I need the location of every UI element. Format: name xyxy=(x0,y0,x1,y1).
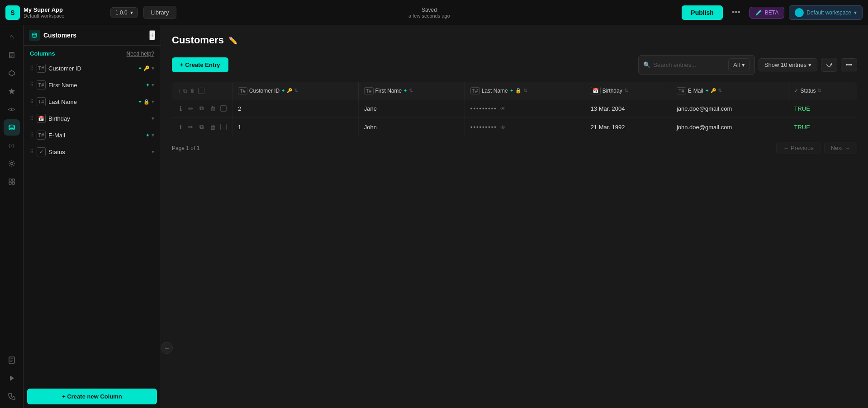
reveal-icon[interactable]: 👁 xyxy=(500,106,506,112)
version-selector[interactable]: 1.0.0 ▾ xyxy=(110,7,138,18)
sidebar-column-item[interactable]: ⠿ T# E-Mail ✦ ▾ xyxy=(25,127,159,143)
table-row: ℹ ✏ ⧉ 🗑 1 John ••••••••• 👁 21 Mar. 1992 … xyxy=(172,118,857,136)
sidebar-item-settings[interactable] xyxy=(4,155,20,172)
sidebar-table-header: Customers + xyxy=(24,25,161,46)
beta-label: BETA xyxy=(765,9,778,16)
sidebar-column-item[interactable]: ⠿ T# First Name ✦ ▾ xyxy=(25,77,159,93)
row-info-button[interactable]: ℹ xyxy=(178,104,184,113)
sidebar-item-code[interactable]: </> xyxy=(4,101,20,117)
row-edit-button[interactable]: ✏ xyxy=(186,123,195,131)
workspace-name: Default workspace xyxy=(24,13,65,19)
columns-header: Columns Need help? xyxy=(24,46,161,60)
svg-rect-9 xyxy=(12,179,14,181)
required-badge: ✦ xyxy=(146,132,150,138)
sidebar-item-plugins[interactable] xyxy=(4,174,20,190)
show-entries-button[interactable]: Show 10 entries ▾ xyxy=(759,58,817,71)
th-first-name-required-badge: ✦ xyxy=(403,88,407,93)
app-name: My Super App xyxy=(24,6,65,13)
sidebar-item-preview[interactable] xyxy=(4,370,20,386)
saved-time: a few seconds ago xyxy=(408,13,450,19)
column-name: Birthday xyxy=(48,115,148,122)
publish-button[interactable]: Publish xyxy=(682,5,723,20)
table-icon xyxy=(29,30,40,41)
library-button[interactable]: Library xyxy=(143,6,177,19)
main-content: Customers ✏️ + Create Entry 🔍 All ▾ Show… xyxy=(161,25,868,408)
page-title: Customers xyxy=(172,34,224,46)
search-box: 🔍 All ▾ xyxy=(638,55,754,75)
th-checkbox[interactable] xyxy=(198,88,204,94)
row-copy-button[interactable]: ⧉ xyxy=(198,122,205,131)
row-delete-button[interactable]: 🗑 xyxy=(208,123,218,131)
row-copy-button[interactable]: ⧉ xyxy=(198,104,205,113)
drag-handle-icon: ⠿ xyxy=(30,98,34,105)
edit-title-icon[interactable]: ✏️ xyxy=(228,36,237,45)
add-table-button[interactable]: + xyxy=(149,30,155,40)
row-checkbox[interactable] xyxy=(220,105,227,112)
row-delete-button[interactable]: 🗑 xyxy=(208,104,218,113)
sidebar-item-database[interactable] xyxy=(4,119,20,136)
saved-label: Saved xyxy=(422,7,437,13)
create-entry-button[interactable]: + Create Entry xyxy=(172,57,228,72)
svg-rect-8 xyxy=(9,179,11,181)
sidebar-column-item[interactable]: ⠿ ✓ Status ▾ xyxy=(25,144,159,160)
collapse-sidebar-button[interactable]: ← xyxy=(161,342,173,354)
column-chevron-icon: ▾ xyxy=(152,82,154,88)
th-actions: ↑ ⧉ 🗑 xyxy=(172,82,232,99)
help-link[interactable]: Need help? xyxy=(127,51,154,57)
th-email-type-icon: T# xyxy=(677,87,686,94)
beta-icon: 🧪 xyxy=(755,9,762,16)
th-last-name-sort[interactable]: ⇅ xyxy=(523,88,527,94)
prev-page-button[interactable]: ← Previous xyxy=(776,142,820,154)
th-customer-id: T# Customer ID ✦ 🔑 ⇅ xyxy=(232,82,359,99)
refresh-button[interactable] xyxy=(821,58,837,72)
brand-section: S My Super App Default workspace xyxy=(5,5,105,20)
th-customer-id-type-icon: T# xyxy=(238,87,247,94)
th-status-sort[interactable]: ⇅ xyxy=(817,88,821,94)
table-header: ↑ ⧉ 🗑 T# Customer ID ✦ 🔑 ⇅ xyxy=(172,82,857,99)
row-info-button[interactable]: ℹ xyxy=(178,123,184,131)
th-customer-id-sort[interactable]: ⇅ xyxy=(294,88,298,94)
sidebar-item-components[interactable] xyxy=(4,65,20,81)
workspace-selector[interactable]: Default workspace ▾ xyxy=(789,5,863,20)
row-edit-button[interactable]: ✏ xyxy=(186,104,195,113)
row-actions-cell: ℹ ✏ ⧉ 🗑 xyxy=(172,99,232,118)
topbar: S My Super App Default workspace 1.0.0 ▾… xyxy=(0,0,868,25)
th-upload-icon: ↑ xyxy=(178,88,180,94)
lock-badge: 🔒 xyxy=(143,99,150,105)
reveal-icon[interactable]: 👁 xyxy=(500,124,506,131)
th-first-name-sort[interactable]: ⇅ xyxy=(409,88,413,94)
th-last-name-lock-icon: 🔒 xyxy=(515,88,522,94)
th-last-name-type-icon: T# xyxy=(470,87,480,94)
sidebar-item-pages[interactable] xyxy=(4,47,20,63)
filter-select[interactable]: All ▾ xyxy=(728,58,749,71)
masked-last-name: ••••••••• xyxy=(470,105,497,112)
sidebar-column-item[interactable]: ⠿ T# Customer ID ✦ 🔑 ▾ xyxy=(25,60,159,76)
cell-customer-id: 1 xyxy=(232,118,359,136)
column-badges: ✦ 🔒 xyxy=(138,99,150,105)
sidebar-item-docs[interactable] xyxy=(4,352,20,368)
search-input[interactable] xyxy=(653,61,726,68)
sidebar-column-item[interactable]: ⠿ 📅 Birthday ▾ xyxy=(25,110,159,127)
row-checkbox[interactable] xyxy=(220,124,227,130)
th-email-sort[interactable]: ⇅ xyxy=(718,88,722,94)
th-delete-icon: 🗑 xyxy=(190,88,195,94)
sidebar-item-variables[interactable]: {x} xyxy=(4,137,20,154)
icon-nav: ⌂ </> {x} xyxy=(0,25,24,408)
table-more-button[interactable]: ••• xyxy=(841,58,857,71)
th-customer-id-required-badge: ✦ xyxy=(281,88,285,93)
pagination-buttons: ← Previous Next → xyxy=(776,142,857,154)
sidebar-item-home[interactable]: ⌂ xyxy=(4,29,20,45)
sidebar-table-name: Customers xyxy=(43,32,76,39)
sidebar-item-phone[interactable] xyxy=(4,388,20,404)
th-copy-icon: ⧉ xyxy=(183,88,187,94)
sidebar-item-actions[interactable] xyxy=(4,83,20,99)
th-birthday-sort[interactable]: ⇅ xyxy=(624,88,628,94)
th-first-name: T# First Name ✦ ⇅ xyxy=(358,82,465,99)
filter-label: All xyxy=(733,61,740,68)
sidebar-column-item[interactable]: ⠿ T# Last Name ✦ 🔒 ▾ xyxy=(25,94,159,110)
column-chevron-icon: ▾ xyxy=(152,149,154,155)
create-column-button[interactable]: + Create new Column xyxy=(27,389,157,404)
topbar-more-button[interactable]: ••• xyxy=(728,6,744,19)
next-page-button[interactable]: Next → xyxy=(824,142,857,154)
table-body: ℹ ✏ ⧉ 🗑 2 Jane ••••••••• 👁 13 Mar. 2004 … xyxy=(172,99,857,136)
